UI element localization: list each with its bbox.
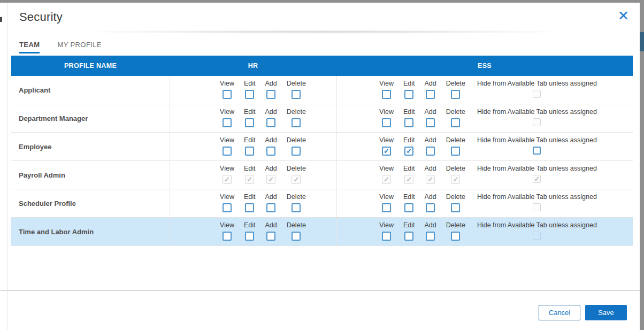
- permission-column-hr-delete: Delete: [287, 221, 306, 241]
- ess-permission-group: ViewEditAddDeleteHide from Available Tab…: [337, 76, 633, 104]
- checkbox-hr-view[interactable]: [223, 147, 232, 156]
- checkbox-hr-delete[interactable]: [292, 203, 301, 212]
- checkbox-label-hr-edit: Edit: [244, 221, 256, 229]
- checkbox-ess-edit[interactable]: [404, 203, 413, 212]
- scrollbar-thumb[interactable]: [640, 32, 644, 51]
- checkbox-ess-delete[interactable]: [451, 203, 460, 212]
- table-row[interactable]: Applicant ViewEditAddDelete ViewEditAddD…: [11, 76, 633, 104]
- checkbox-hr-delete[interactable]: [292, 118, 301, 127]
- checkbox-ess-add[interactable]: [426, 147, 435, 156]
- checkbox-ess-view[interactable]: [382, 147, 391, 156]
- checkbox-ess-edit[interactable]: [404, 90, 413, 99]
- checkbox-hr-delete[interactable]: [292, 147, 301, 156]
- checkbox-hr-edit[interactable]: [245, 118, 254, 127]
- permission-column-ess-view: View: [379, 165, 394, 184]
- checkbox-ess-add[interactable]: [426, 203, 435, 212]
- checkbox-label-ess-view: View: [379, 193, 394, 201]
- checkbox-hr-edit[interactable]: [245, 90, 254, 99]
- checkbox-hr-add[interactable]: [266, 118, 275, 127]
- checkbox-hr-view[interactable]: [223, 90, 232, 99]
- checkbox-ess-add[interactable]: [426, 118, 435, 127]
- checkbox-label-hide-from-available-tab: Hide from Available Tab unless assigned: [477, 193, 597, 201]
- tab-my-profile[interactable]: MY PROFILE: [57, 41, 102, 53]
- checkbox-hr-view[interactable]: [223, 203, 232, 212]
- permission-column-ess-add: Add: [425, 108, 436, 127]
- checkbox-ess-edit[interactable]: [404, 147, 413, 156]
- checkbox-ess-edit[interactable]: [404, 232, 413, 241]
- checkbox-label-hr-add: Add: [265, 136, 277, 144]
- checkbox-hr-delete[interactable]: [292, 90, 301, 99]
- profile-name: Payroll Admin: [11, 161, 170, 189]
- checkbox-hide-from-available-tab: [533, 203, 541, 211]
- tab-team[interactable]: TEAM: [19, 41, 40, 53]
- checkbox-ess-view[interactable]: [382, 232, 391, 241]
- tab-bar: TEAM MY PROFILE: [19, 41, 102, 53]
- hr-permission-group: ViewEditAddDelete: [170, 76, 336, 104]
- checkbox-ess-delete[interactable]: [451, 90, 460, 99]
- checkbox-hr-view[interactable]: [223, 232, 232, 241]
- hr-permission-group: ViewEditAddDelete: [170, 133, 336, 160]
- checkbox-hr-edit[interactable]: [245, 232, 254, 241]
- checkbox-hr-add[interactable]: [266, 90, 275, 99]
- table-row[interactable]: Time and Labor Admin ViewEditAddDelete V…: [11, 218, 633, 246]
- save-button[interactable]: Save: [585, 305, 627, 320]
- permission-column-ess-delete: Delete: [446, 136, 465, 156]
- permission-column-ess-edit: Edit: [403, 193, 415, 212]
- column-header-ess: ESS: [336, 56, 633, 76]
- checkbox-ess-view[interactable]: [382, 118, 391, 127]
- permission-column-hr-delete: Delete: [287, 193, 306, 212]
- hr-permissions: ViewEditAddDelete: [170, 161, 336, 189]
- profile-name: Applicant: [11, 76, 170, 104]
- checkbox-label-ess-edit: Edit: [403, 108, 415, 116]
- ess-permissions: ViewEditAddDeleteHide from Available Tab…: [336, 133, 633, 160]
- checkbox-hr-view[interactable]: [223, 118, 232, 127]
- checkbox-hr-add[interactable]: [266, 203, 275, 212]
- permission-column-hr-edit: Edit: [244, 221, 256, 241]
- checkbox-hr-delete[interactable]: [292, 232, 301, 241]
- ess-permission-group: ViewEditAddDeleteHide from Available Tab…: [337, 189, 633, 217]
- checkbox-label-ess-view: View: [379, 165, 394, 172]
- permission-column-ess-edit: Edit: [403, 136, 415, 156]
- table-row[interactable]: Scheduler Profile ViewEditAddDelete View…: [11, 189, 633, 218]
- profile-name: Time and Labor Admin: [11, 218, 170, 245]
- checkbox-label-ess-view: View: [379, 221, 394, 229]
- permission-column-hr-view: View: [220, 193, 234, 212]
- permission-column-ess-delete: Delete: [446, 193, 465, 212]
- checkbox-hr-add: [266, 175, 275, 184]
- checkbox-ess-edit: [404, 175, 413, 184]
- checkbox-ess-delete[interactable]: [451, 232, 460, 241]
- permission-column-hr-add: Add: [265, 108, 277, 127]
- checkbox-ess-delete[interactable]: [451, 147, 460, 156]
- checkbox-ess-add[interactable]: [426, 232, 435, 241]
- permission-column-ess-delete: Delete: [446, 80, 465, 99]
- checkbox-hide-from-available-tab: [533, 90, 541, 98]
- checkbox-label-hr-add: Add: [265, 221, 277, 229]
- table-row[interactable]: Employee ViewEditAddDelete ViewEditAddDe…: [11, 133, 633, 161]
- checkbox-hr-add[interactable]: [266, 147, 275, 156]
- close-icon[interactable]: ✕: [616, 7, 631, 25]
- checkbox-ess-add[interactable]: [426, 90, 435, 99]
- hr-permissions: ViewEditAddDelete: [170, 76, 336, 104]
- permission-column-hr-delete: Delete: [287, 165, 306, 184]
- checkbox-ess-edit[interactable]: [404, 118, 413, 127]
- checkbox-label-ess-delete: Delete: [446, 165, 465, 172]
- checkbox-hide-from-available-tab[interactable]: [533, 147, 541, 155]
- checkbox-hr-edit[interactable]: [245, 147, 254, 156]
- permission-column-ess-view: View: [379, 80, 394, 99]
- checkbox-hr-view: [223, 175, 232, 184]
- footer-divider: [1, 290, 640, 291]
- checkbox-hr-add[interactable]: [266, 232, 275, 241]
- table-row[interactable]: Payroll Admin ViewEditAddDelete ViewEdit…: [11, 161, 633, 189]
- checkbox-ess-view[interactable]: [382, 203, 391, 212]
- checkbox-label-ess-add: Add: [425, 136, 436, 144]
- checkbox-hr-edit[interactable]: [245, 203, 254, 212]
- cancel-button[interactable]: Cancel: [539, 305, 580, 320]
- checkbox-ess-delete[interactable]: [451, 118, 460, 127]
- table-row[interactable]: Department Manager ViewEditAddDelete Vie…: [11, 104, 633, 133]
- permission-column-ess-edit: Edit: [403, 80, 415, 99]
- permission-column-hr-delete: Delete: [287, 80, 306, 99]
- ess-permissions: ViewEditAddDeleteHide from Available Tab…: [336, 218, 633, 245]
- permission-column-hr-edit: Edit: [244, 165, 256, 184]
- checkbox-hr-delete: [292, 175, 301, 184]
- checkbox-ess-view[interactable]: [382, 90, 391, 99]
